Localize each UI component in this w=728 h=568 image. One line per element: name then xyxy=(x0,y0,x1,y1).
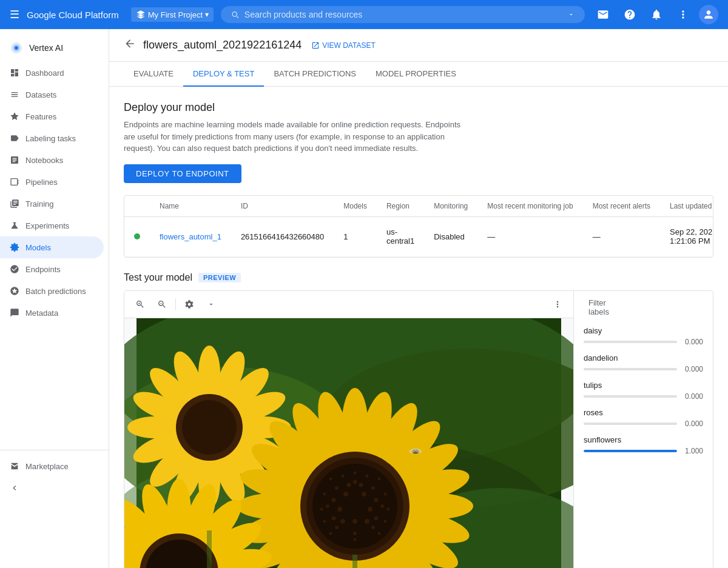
deploy-to-endpoint-button[interactable]: DEPLOY TO ENDPOINT xyxy=(124,164,241,183)
sidebar-item-datasets[interactable]: Datasets xyxy=(0,84,104,105)
help-icon xyxy=(624,8,636,21)
main-content: flowers_automl_2021922161244 VIEW DATASE… xyxy=(109,29,728,568)
sidebar-item-metadata[interactable]: Metadata xyxy=(0,302,104,324)
svg-point-79 xyxy=(384,520,387,523)
sidebar-item-experiments[interactable]: Experiments xyxy=(0,215,104,236)
svg-point-69 xyxy=(353,479,357,484)
dataset-link-icon xyxy=(311,41,320,50)
more-icon xyxy=(677,8,689,21)
pred-bar-row: 0.000 xyxy=(584,365,703,373)
avatar[interactable] xyxy=(699,5,718,24)
view-dataset-link[interactable]: VIEW DATASET xyxy=(311,41,376,50)
dashboard-label: Dashboard xyxy=(25,68,64,78)
row-id: 2615166416432660480 xyxy=(231,216,334,256)
col-name: Name xyxy=(150,196,231,217)
notebooks-icon xyxy=(10,155,19,165)
svg-point-77 xyxy=(384,492,387,495)
tab-batch[interactable]: BATCH PREDICTIONS xyxy=(264,62,366,87)
sidebar-brand: Vertex AI xyxy=(29,43,63,53)
col-region: Region xyxy=(377,196,424,217)
svg-point-76 xyxy=(335,526,339,529)
metadata-icon xyxy=(10,308,19,318)
project-chevron: ▾ xyxy=(205,10,209,19)
col-last-updated[interactable]: Last updated xyxy=(660,196,713,217)
sidebar-item-notebooks[interactable]: Notebooks xyxy=(0,149,104,171)
search-bar[interactable] xyxy=(221,6,585,23)
svg-point-78 xyxy=(323,492,326,495)
page-header: flowers_automl_2021922161244 VIEW DATASE… xyxy=(109,29,728,62)
view-dataset-label: VIEW DATASET xyxy=(322,41,376,50)
zoom-out-button[interactable] xyxy=(153,296,170,313)
svg-point-59 xyxy=(337,507,342,512)
sidebar-item-endpoints[interactable]: Endpoints xyxy=(0,258,104,280)
alerts-button[interactable] xyxy=(645,4,667,25)
image-display xyxy=(124,318,573,569)
features-icon xyxy=(10,112,19,121)
hamburger-menu[interactable]: ☰ xyxy=(10,8,19,21)
notifications-button[interactable] xyxy=(592,4,614,25)
svg-point-67 xyxy=(374,516,379,520)
project-icon xyxy=(136,10,146,19)
datasets-label: Datasets xyxy=(25,90,56,99)
svg-point-28 xyxy=(182,400,237,455)
pred-value: 0.000 xyxy=(682,338,703,346)
page-title: flowers_automl_2021922161244 xyxy=(143,39,302,52)
svg-point-84 xyxy=(354,538,357,541)
sidebar-item-features[interactable]: Features xyxy=(0,105,104,127)
sunflower-image xyxy=(124,318,573,569)
pred-bar-row: 1.000 xyxy=(584,447,703,455)
tab-deploy[interactable]: DEPLOY & TEST xyxy=(183,62,264,87)
filter-labels-input[interactable] xyxy=(614,302,713,312)
row-monitoring: Disabled xyxy=(424,216,477,256)
sidebar-item-labeling[interactable]: Labeling tasks xyxy=(0,127,104,149)
labeling-label: Labeling tasks xyxy=(25,134,76,143)
sidebar-item-batch[interactable]: Batch predictions xyxy=(0,280,104,302)
sidebar-item-collapse[interactable] xyxy=(0,477,104,499)
prediction-item: roses 0.000 xyxy=(584,408,703,428)
tab-model-props[interactable]: MODEL PROPERTIES xyxy=(366,62,466,87)
back-button[interactable] xyxy=(124,38,136,53)
sidebar-item-training[interactable]: Training xyxy=(0,193,104,215)
row-region: us-central1 xyxy=(377,216,424,256)
zoom-in-button[interactable] xyxy=(132,296,149,313)
row-status xyxy=(124,216,150,256)
experiments-label: Experiments xyxy=(25,221,69,230)
row-models: 1 xyxy=(334,216,377,256)
settings-button[interactable] xyxy=(181,296,198,313)
notebooks-label: Notebooks xyxy=(25,156,63,165)
endpoint-name-link[interactable]: flowers_automl_1 xyxy=(160,232,221,241)
row-recent-alerts: — xyxy=(583,216,660,256)
tab-evaluate[interactable]: EVALUATE xyxy=(124,62,183,87)
sidebar-header: Vertex AI xyxy=(0,34,109,62)
pred-label: dandelion xyxy=(584,353,703,363)
pred-bar-bg xyxy=(584,423,677,425)
more-button[interactable] xyxy=(672,4,694,25)
marketplace-icon xyxy=(10,461,19,471)
toolbar-separator xyxy=(175,298,176,310)
filter-label: Filter labels xyxy=(588,298,609,316)
sidebar-item-dashboard[interactable]: Dashboard xyxy=(0,62,104,84)
training-label: Training xyxy=(25,199,53,209)
endpoints-table: Name ID Models Region Monitoring Most re… xyxy=(124,195,713,258)
prediction-item: dandelion 0.000 xyxy=(584,353,703,373)
sidebar-item-models[interactable]: Models xyxy=(0,236,104,258)
settings-dropdown-button[interactable] xyxy=(203,296,220,313)
preview-badge: PREVIEW xyxy=(198,273,241,282)
zoom-in-icon xyxy=(135,299,145,309)
sidebar-item-pipelines[interactable]: Pipelines xyxy=(0,171,104,193)
svg-point-80 xyxy=(323,520,326,523)
batch-label: Batch predictions xyxy=(25,287,86,296)
pred-value: 0.000 xyxy=(682,419,703,428)
svg-point-68 xyxy=(332,516,336,520)
more-options-button[interactable] xyxy=(549,296,566,313)
sidebar: Vertex AI Dashboard Datasets Features La… xyxy=(0,29,109,568)
search-dropdown-icon[interactable] xyxy=(567,10,575,19)
svg-point-58 xyxy=(368,507,372,512)
project-selector[interactable]: My First Project ▾ xyxy=(131,7,214,22)
endpoints-icon xyxy=(10,264,19,274)
search-input[interactable] xyxy=(244,10,562,19)
help-button[interactable] xyxy=(619,4,641,25)
sidebar-item-marketplace[interactable]: Marketplace xyxy=(0,455,104,477)
search-icon xyxy=(231,10,240,19)
predictions-list: daisy 0.000 dandelion 0.000 tulips xyxy=(584,326,703,455)
